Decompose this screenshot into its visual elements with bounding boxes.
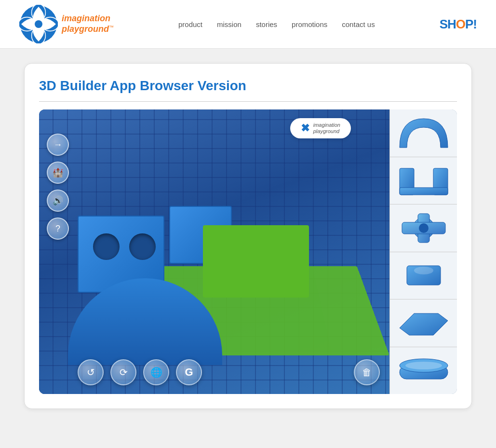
- globe-button[interactable]: 🌐: [143, 359, 169, 385]
- gravity-button[interactable]: G: [176, 359, 202, 385]
- shop-text: SHOP!: [440, 17, 477, 31]
- rotate-3d-button[interactable]: ⟳: [110, 359, 136, 385]
- app-scene[interactable]: ✖ imaginationplayground → 🏰 🔊 ? ↺ ⟳ 🌐 G: [39, 109, 389, 394]
- nav-mission[interactable]: mission: [217, 20, 241, 28]
- bottom-buttons: ↺ ⟳ 🌐 G: [78, 359, 202, 385]
- content-card: 3D Builder App Browser Version: [24, 63, 472, 409]
- cylinder-piece-svg: [395, 351, 453, 390]
- home-button[interactable]: 🏰: [47, 162, 69, 184]
- left-buttons: → 🏰 🔊 ?: [47, 134, 69, 240]
- shop-o: O: [456, 17, 465, 31]
- logo-cross-icon: [19, 5, 58, 43]
- badge-cross-icon: ✖: [301, 122, 309, 135]
- sound-button[interactable]: 🔊: [47, 190, 69, 212]
- green-patch: [203, 225, 309, 298]
- svg-point-6: [35, 20, 42, 28]
- logo-playground: playground: [62, 24, 109, 34]
- trademark: ™: [109, 25, 114, 30]
- app-viewer: ✖ imaginationplayground → 🏰 🔊 ? ↺ ⟳ 🌐 G: [39, 109, 457, 394]
- forward-button[interactable]: →: [47, 134, 69, 156]
- page-title: 3D Builder App Browser Version: [39, 78, 457, 94]
- small-block-svg: [395, 256, 453, 295]
- curved-arch-svg: [395, 114, 453, 152]
- bar-piece-svg: [395, 304, 453, 342]
- help-button[interactable]: ?: [47, 217, 69, 240]
- logo-badge: ✖ imaginationplayground: [290, 118, 351, 138]
- sidebar-pieces: [389, 109, 457, 394]
- nav-product[interactable]: product: [178, 20, 202, 28]
- nav-stories[interactable]: stories: [256, 20, 277, 28]
- small-block-piece[interactable]: [390, 252, 457, 300]
- nav-promotions[interactable]: promotions: [292, 20, 327, 28]
- logo-area: imagination playground™: [19, 5, 114, 43]
- rotate-left-button[interactable]: ↺: [78, 359, 104, 385]
- curved-arch-piece[interactable]: [390, 109, 457, 157]
- block-hole-2: [129, 233, 156, 260]
- main-content: 3D Builder App Browser Version: [0, 49, 496, 423]
- cylinder-piece[interactable]: [390, 347, 457, 394]
- title-underline: [39, 101, 457, 102]
- trash-button[interactable]: 🗑: [354, 359, 380, 385]
- badge-text: imaginationplayground: [313, 122, 340, 135]
- cross-piece-svg: [395, 209, 453, 247]
- svg-point-15: [414, 267, 433, 274]
- block-hole-1: [93, 233, 120, 260]
- u-block-svg: [395, 161, 453, 200]
- nav: product mission stories promotions conta…: [178, 20, 375, 28]
- svg-point-18: [405, 362, 442, 369]
- bar-piece[interactable]: [390, 299, 457, 347]
- shop-button[interactable]: SHOP!: [440, 17, 477, 32]
- nav-contact[interactable]: contact us: [342, 20, 375, 28]
- svg-rect-9: [400, 188, 448, 195]
- cross-piece[interactable]: [390, 204, 457, 252]
- logo-imagination: imagination: [62, 14, 110, 23]
- logo-text: imagination playground™: [62, 14, 114, 34]
- header: imagination playground™ product mission …: [0, 0, 496, 49]
- u-block-piece[interactable]: [390, 157, 457, 205]
- svg-point-13: [419, 223, 429, 233]
